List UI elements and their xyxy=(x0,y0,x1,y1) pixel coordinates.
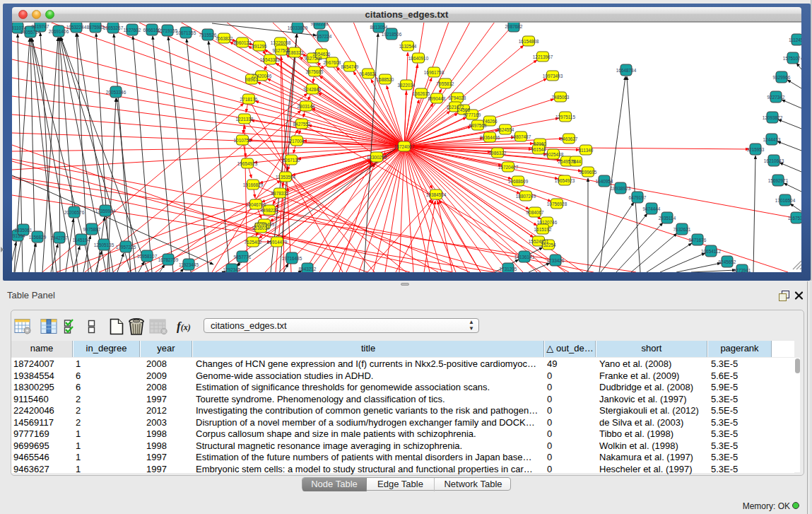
svg-text:1362615: 1362615 xyxy=(413,91,430,96)
svg-text:9857771: 9857771 xyxy=(234,255,252,259)
svg-text:10719155: 10719155 xyxy=(158,28,178,33)
svg-text:8878332: 8878332 xyxy=(271,191,289,196)
svg-text:9777169: 9777169 xyxy=(464,112,481,117)
svg-text:15692971: 15692971 xyxy=(768,178,789,183)
svg-text:18724007: 18724007 xyxy=(394,144,415,149)
svg-text:10653267: 10653267 xyxy=(103,25,124,30)
svg-text:1292345: 1292345 xyxy=(223,267,241,272)
svg-text:7515526: 7515526 xyxy=(199,33,217,37)
svg-text:8427552: 8427552 xyxy=(293,122,311,127)
svg-text:746266: 746266 xyxy=(482,119,498,124)
svg-text:2942757: 2942757 xyxy=(51,235,69,240)
svg-text:2087682: 2087682 xyxy=(505,24,523,29)
svg-text:8813054: 8813054 xyxy=(370,25,388,30)
svg-text:1527602: 1527602 xyxy=(124,28,141,33)
svg-text:2803144: 2803144 xyxy=(298,104,315,109)
svg-text:1112454: 1112454 xyxy=(789,37,801,42)
svg-text:2718176: 2718176 xyxy=(240,97,258,102)
svg-text:1221338: 1221338 xyxy=(236,117,254,122)
svg-text:20206576: 20206576 xyxy=(64,210,85,215)
svg-text:6497568: 6497568 xyxy=(469,123,487,128)
svg-text:9146821: 9146821 xyxy=(360,71,377,76)
svg-text:13226058: 13226058 xyxy=(271,40,291,45)
svg-text:14136141: 14136141 xyxy=(514,255,535,259)
svg-text:9975887: 9975887 xyxy=(83,227,101,232)
svg-text:14055714: 14055714 xyxy=(20,30,41,35)
svg-text:9227342: 9227342 xyxy=(767,95,785,100)
svg-text:3215953: 3215953 xyxy=(747,147,765,152)
svg-text:9699695: 9699695 xyxy=(579,170,597,175)
svg-text:8267130: 8267130 xyxy=(283,158,300,163)
svg-text:7632621: 7632621 xyxy=(673,227,691,232)
svg-text:1167531: 1167531 xyxy=(788,216,801,221)
svg-text:311340: 311340 xyxy=(579,148,594,153)
svg-text:16543382: 16543382 xyxy=(260,57,281,62)
svg-text:7955812: 7955812 xyxy=(437,81,454,86)
svg-text:9474444: 9474444 xyxy=(643,206,661,211)
svg-text:17957225: 17957225 xyxy=(116,245,136,250)
svg-text:1244413: 1244413 xyxy=(763,137,781,142)
svg-text:7663822: 7663822 xyxy=(216,36,233,41)
svg-text:7844: 7844 xyxy=(571,159,582,164)
svg-text:17016504: 17016504 xyxy=(775,198,796,203)
svg-text:2954636: 2954636 xyxy=(313,52,331,57)
svg-text:18938923: 18938923 xyxy=(611,186,631,191)
svg-text:16033809: 16033809 xyxy=(288,25,308,30)
svg-text:1010755: 1010755 xyxy=(234,138,252,143)
svg-text:9463627: 9463627 xyxy=(560,136,578,141)
svg-text:1733426: 1733426 xyxy=(547,258,565,263)
svg-text:7986322: 7986322 xyxy=(489,151,507,156)
svg-text:8943212: 8943212 xyxy=(299,267,317,271)
svg-text:9242848: 9242848 xyxy=(304,87,322,92)
svg-text:62160: 62160 xyxy=(534,141,546,146)
svg-text:18807249: 18807249 xyxy=(516,194,536,199)
svg-text:16648784: 16648784 xyxy=(616,68,637,73)
svg-text:10025438: 10025438 xyxy=(543,152,564,157)
svg-text:10654112: 10654112 xyxy=(701,249,721,254)
svg-text:1588520: 1588520 xyxy=(377,77,394,82)
svg-text:15720407: 15720407 xyxy=(498,165,519,170)
svg-text:7625402: 7625402 xyxy=(245,240,262,245)
svg-text:9329966: 9329966 xyxy=(773,75,791,80)
svg-text:20053346: 20053346 xyxy=(106,90,126,95)
svg-text:7485063: 7485063 xyxy=(552,95,570,100)
svg-text:1731205: 1731205 xyxy=(500,267,517,271)
svg-text:8960123: 8960123 xyxy=(234,40,252,45)
svg-text:16914479: 16914479 xyxy=(267,240,288,245)
svg-text:7357224: 7357224 xyxy=(314,34,332,39)
svg-text:1156829: 1156829 xyxy=(29,235,47,240)
svg-text:1145194: 1145194 xyxy=(73,238,90,243)
svg-text:10688609: 10688609 xyxy=(508,179,529,184)
svg-text:8875983: 8875983 xyxy=(87,25,105,30)
svg-text:3822034: 3822034 xyxy=(398,83,416,88)
svg-text:6479197: 6479197 xyxy=(629,195,647,200)
svg-text:10120746: 10120746 xyxy=(537,220,558,225)
svg-text:12505135: 12505135 xyxy=(94,243,114,247)
svg-text:16961758: 16961758 xyxy=(424,70,445,75)
svg-text:19166829: 19166829 xyxy=(243,182,264,187)
svg-text:16154808: 16154808 xyxy=(519,39,539,44)
svg-text:10958107: 10958107 xyxy=(137,254,158,259)
svg-text:1835061: 1835061 xyxy=(15,228,33,233)
svg-text:10046766: 10046766 xyxy=(246,202,266,207)
svg-text:217004: 217004 xyxy=(289,139,305,144)
svg-text:10756928: 10756928 xyxy=(547,201,567,206)
svg-text:11353594: 11353594 xyxy=(276,175,295,180)
svg-text:19654923: 19654923 xyxy=(237,161,258,166)
svg-text:3875685: 3875685 xyxy=(306,69,324,74)
svg-text:9084067: 9084067 xyxy=(526,210,544,215)
svg-text:391594: 391594 xyxy=(12,233,25,238)
svg-text:16210643: 16210643 xyxy=(764,158,784,163)
svg-text:8471676: 8471676 xyxy=(689,238,707,243)
svg-text:2935114: 2935114 xyxy=(659,216,676,221)
svg-text:1536014: 1536014 xyxy=(252,226,270,230)
svg-text:2967608: 2967608 xyxy=(324,60,341,65)
svg-text:19716485: 19716485 xyxy=(282,256,302,261)
svg-text:961544: 961544 xyxy=(531,147,546,152)
svg-text:19218506: 19218506 xyxy=(382,32,402,37)
svg-text:10671355: 10671355 xyxy=(176,30,196,35)
svg-text:9327508: 9327508 xyxy=(305,56,322,61)
svg-text:4498222: 4498222 xyxy=(261,208,278,213)
svg-text:10973493: 10973493 xyxy=(543,74,563,78)
svg-text:10532244: 10532244 xyxy=(66,25,87,30)
